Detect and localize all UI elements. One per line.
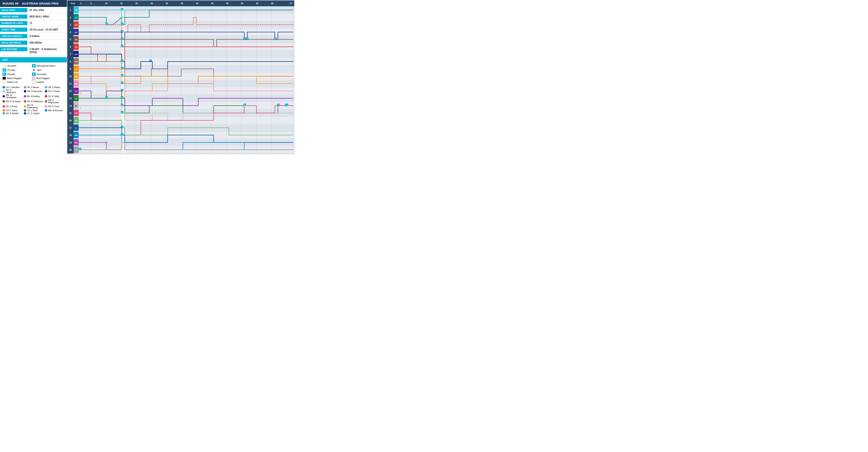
driver-kr: KR: K Raikkonen: [24, 99, 43, 103]
race-date-row: RACE DATE: 01 JUL 2018: [0, 7, 67, 13]
race-chart-svg: Grid 1 5 10 15 20: [67, 0, 294, 154]
svg-text:CL: CL: [75, 127, 78, 129]
driver-cs-label: CS: C Sainz: [6, 109, 17, 112]
svg-text:8: 8: [70, 60, 71, 63]
svg-text:10: 10: [69, 75, 72, 78]
start-time-label: START TIME: [0, 28, 27, 32]
driver-eo-label: EO: E Ocon: [48, 105, 59, 108]
svg-text:P: P: [122, 82, 123, 84]
svg-text:Pe: Pe: [286, 104, 287, 106]
svg-text:BH: BH: [75, 142, 78, 144]
svg-text:65: 65: [271, 2, 274, 5]
mechanical-label: Mechanical failure: [37, 64, 56, 67]
red-flag-label: Red Flagged: [36, 77, 50, 80]
lapped-icon: [32, 81, 35, 84]
svg-text:EO: EO: [74, 83, 78, 85]
driver-sp-dot: [2, 105, 5, 108]
driver-fa-dot: [24, 86, 26, 89]
svg-text:M: M: [244, 104, 246, 106]
svg-text:3: 3: [70, 24, 71, 26]
svg-text:15: 15: [120, 2, 123, 5]
safety-car-label: Safety Car: [7, 81, 18, 83]
svg-text:55: 55: [241, 2, 243, 5]
chart-container: Grid 1 5 10 15 20: [67, 0, 294, 154]
svg-text:17: 17: [69, 126, 72, 129]
num-laps-value: 71: [27, 21, 34, 25]
svg-text:P: P: [80, 148, 81, 150]
driver-eo-dot: [45, 105, 47, 108]
driver-km-label: KM: K Magnussen: [48, 99, 64, 103]
driver-ss-label: SS: S Sirotkin: [6, 112, 19, 115]
driver-pg-dot: [45, 90, 47, 92]
race-distance-label: RACE DISTANCE:: [0, 40, 27, 45]
svg-text:10: 10: [105, 2, 107, 5]
red-flag-icon: [32, 77, 35, 80]
driver-sv: SV: S Vettel: [45, 94, 64, 99]
driver-ls-dot: [24, 109, 26, 112]
key-accident: ★ Accident: [2, 64, 28, 67]
svg-text:★: ★: [79, 106, 82, 109]
svg-text:20: 20: [135, 2, 138, 5]
svg-text:19: 19: [69, 141, 72, 144]
accident-label: Accident: [7, 64, 16, 67]
svg-text:⊙: ⊙: [105, 141, 107, 144]
penalty-icon: Pe: [2, 72, 6, 76]
round-header: ROUND 09 AUSTRIAN GRAND PRIX: [0, 0, 67, 7]
driver-rg: RG: R Grosjean: [2, 99, 22, 103]
svg-text:P: P: [122, 23, 123, 25]
driver-sd: SD: S Vandoorne: [2, 89, 22, 94]
driver-cs: CS: C Sainz: [2, 109, 22, 112]
start-time-value: 15:10 Local - 13:10 GMT: [27, 27, 60, 32]
svg-text:1: 1: [70, 9, 71, 11]
driver-ls-label: LS: L Stroll: [27, 109, 37, 112]
driver-nh-dot: [24, 105, 26, 108]
key-lapped: Lapped: [32, 81, 57, 84]
key-red-flag: Red Flagged: [32, 77, 57, 80]
driver-ls: LS: L Stroll: [24, 109, 43, 112]
chart-panel: Grid 1 5 10 15 20: [67, 0, 294, 154]
driver-dr-label: DR: D Ricciardo: [27, 90, 42, 92]
svg-text:1: 1: [80, 2, 82, 5]
key-section: ★ Accident M Mechanical failure P Pit st…: [0, 62, 67, 85]
race-distance-value: 306.452km: [27, 40, 44, 45]
svg-text:9: 9: [70, 68, 71, 70]
svg-text:Grid: Grid: [71, 2, 75, 5]
driver-sp: SP: S Perez: [2, 104, 22, 109]
driver-legend: LH: L Hamilton FA: F Alonso VB: V Bottas…: [0, 85, 67, 115]
driver-sv-label: SV: S Vettel: [48, 95, 59, 97]
penalty-label: Penalty: [7, 73, 15, 76]
driver-bh-dot: [24, 95, 26, 97]
lap-record-label: LAP RECORD:: [0, 47, 27, 51]
driver-lh-label: LH: L Hamilton: [6, 86, 20, 89]
svg-text:PG: PG: [74, 90, 78, 92]
svg-text:4: 4: [70, 31, 71, 33]
svg-text:7: 7: [70, 53, 71, 56]
driver-dr: DR: D Ricciardo: [24, 89, 43, 94]
driver-pg: PG: P Gasly: [45, 89, 64, 94]
driver-cs-dot: [2, 109, 5, 112]
driver-ss: SS: S Sirotkin: [2, 112, 22, 115]
svg-text:LH: LH: [75, 17, 78, 19]
driver-me-dot: [45, 109, 47, 112]
driver-sv-dot: [45, 95, 47, 97]
driver-ss-dot: [2, 112, 5, 115]
svg-text:ME: ME: [74, 134, 78, 137]
driver-km-dot: [45, 100, 47, 102]
svg-text:25: 25: [151, 2, 153, 5]
svg-text:5: 5: [90, 2, 92, 5]
key-black-flag: Black Flagged: [2, 77, 28, 80]
spin-icon: ⊙: [32, 68, 36, 72]
svg-text:20: 20: [69, 149, 72, 151]
svg-text:11: 11: [69, 82, 72, 85]
driver-pg-label: PG: P Gasly: [48, 90, 60, 92]
svg-text:71: 71: [290, 2, 292, 5]
race-distance-row: RACE DISTANCE: 306.452km: [0, 39, 67, 46]
svg-text:KM: KM: [74, 61, 78, 63]
svg-text:CS: CS: [75, 68, 78, 70]
svg-text:★: ★: [79, 91, 82, 95]
circuit-name-label: CIRCUIT NAME:: [0, 14, 27, 19]
svg-text:45: 45: [211, 2, 214, 5]
race-date-label: RACE DATE:: [0, 8, 27, 12]
key-spin: ⊙ Spin: [32, 68, 57, 72]
circuit-name-row: CIRCUIT NAME: RED BULL RING: [0, 13, 67, 20]
